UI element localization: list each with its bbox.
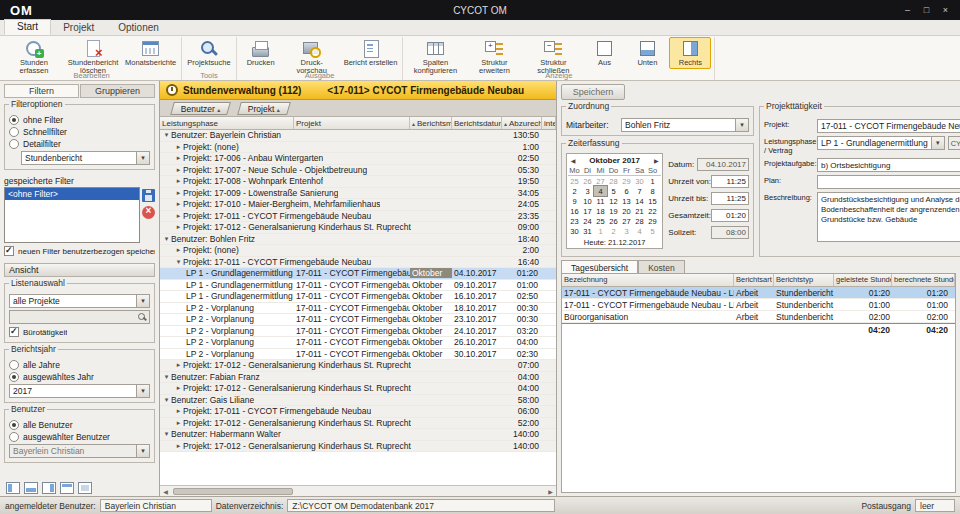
grid-group-row[interactable]: ▸Projekt: 17-012 - Generalsanierung Kind… [160,441,556,453]
grid-group-row[interactable]: ▸Projekt: 17-012 - Generalsanierung Kind… [160,383,556,395]
grid-group-row[interactable]: ▸Projekt: 17-010 - Maier-Bergheim, Mehrf… [160,199,556,211]
calendar-day[interactable]: 26 [607,216,620,226]
expand-icon[interactable]: ▸ [174,442,183,450]
sollzeit-input[interactable]: 08:00 [711,226,749,239]
collapse-icon[interactable]: ▾ [174,258,183,266]
grid-group-row[interactable]: ▸Projekt: (none)1:00 [160,142,556,154]
calendar-day[interactable]: 1 [594,226,607,236]
ribbon-tab-start[interactable]: Start [4,19,51,35]
expand-icon[interactable]: ▸ [174,407,183,415]
projektsuche-button[interactable]: Projektsuche [185,37,232,69]
column-header-leistungsphase[interactable]: Leistungsphase [160,117,294,129]
calendar-day[interactable]: 3 [620,226,633,236]
calendar-day[interactable]: 25 [568,176,581,186]
radio-ohne-filter[interactable]: ohne Filter [9,115,150,125]
calendar-day[interactable]: 2 [568,186,581,196]
calendar-today-label[interactable]: Heute: 21.12.2017 [568,236,661,247]
expand-icon[interactable]: ▸ [174,189,183,197]
calendar-day[interactable]: 25 [594,216,607,226]
benutzer-select[interactable]: Bayerlein Christian ▾ [9,444,150,458]
collapse-icon[interactable]: ▾ [162,235,171,243]
collapse-icon[interactable]: ▾ [162,430,171,438]
calendar-day[interactable]: 10 [581,196,594,206]
vertrag-field[interactable]: CYCOT Firmengebäude Neubau [948,136,960,150]
grid-group-row[interactable]: ▸Projekt: 17-009 - Löwenstraße Sanierung… [160,188,556,200]
calendar-day[interactable]: 2 [607,226,620,236]
radio-alle-jahre[interactable]: alle Jahre [9,360,150,370]
grid-data-row[interactable]: LP 1 - Grundlagenermittlung17-011 - CYCO… [160,268,556,280]
plan-select[interactable]: ▾ [817,175,960,189]
calendar-day[interactable]: 30 [633,176,646,186]
scrollbar-thumb[interactable] [173,488,293,495]
leistungsphase-select[interactable]: LP 1 - Grundlagenermittlung ▾ [817,136,945,150]
calendar-day[interactable]: 8 [646,186,659,196]
layout-left-icon[interactable] [6,482,20,494]
grid-group-row[interactable]: ▾Benutzer: Gais Liliane58:00 [160,395,556,407]
saved-filter-item[interactable]: <ohne Filter> [5,188,139,200]
calendar-day[interactable]: 13 [620,196,633,206]
close-button[interactable]: × [937,3,954,17]
calendar-day[interactable]: 29 [620,176,633,186]
day-table-row[interactable]: BüroorganisationArbeitStundenbericht02:0… [562,311,955,323]
filtertyp-select[interactable]: Stundenbericht ▾ [21,151,150,165]
uhrzeit-von-input[interactable]: 11:25 [711,175,749,188]
calendar-day[interactable]: 12 [607,196,620,206]
calendar-day[interactable]: 11 [594,196,607,206]
grid-data-row[interactable]: LP 2 - Vorplanung17-011 - CYCOT Firmenge… [160,349,556,361]
bericht-erstellen-button[interactable]: Bericht erstellen [342,37,400,69]
layout-window-icon[interactable] [78,482,92,494]
day-column-bezeichnung[interactable]: Bezeichnung [562,274,734,286]
grid-data-row[interactable]: LP 1 - Grundlagenermittlung17-011 - CYCO… [160,280,556,292]
grid-group-row[interactable]: ▾Benutzer: Fabian Franz04:00 [160,372,556,384]
calendar-day[interactable]: 27 [620,216,633,226]
projekt-select[interactable]: 17-011 - CYCOT Firmengebäude Neubau ▾ [817,119,960,133]
project-filter-input[interactable] [9,310,150,324]
buerotaetigkeit-checkbox[interactable]: Bürotätigkeit [9,327,150,337]
expand-icon[interactable]: ▸ [174,361,183,369]
expand-icon[interactable]: ▸ [174,143,183,151]
day-column-berechnete-stunden[interactable]: berechnete Stunden [892,274,955,286]
jahr-select[interactable]: 2017 ▾ [9,384,150,398]
calendar-day[interactable]: 6 [620,186,633,196]
radio-alle-benutzer[interactable]: alle Benutzer [9,420,150,430]
unten-button[interactable]: Unten [626,37,668,69]
grid-group-row[interactable]: ▾Benutzer: Habermann Walter140:00 [160,429,556,441]
grid-data-row[interactable]: LP 2 - Vorplanung17-011 - CYCOT Firmenge… [160,303,556,315]
calendar-day[interactable]: 31 [581,226,594,236]
mitarbeiter-select[interactable]: Bohlen Fritz ▾ [621,118,749,132]
grid-group-row[interactable]: ▸Projekt: 17-006 - Anbau Wintergarten02:… [160,153,556,165]
calendar-day[interactable]: 4 [594,186,607,196]
expand-icon[interactable]: ▸ [174,177,183,185]
calendar-day[interactable]: 17 [581,206,594,216]
tab-gruppieren[interactable]: Gruppieren [80,84,155,98]
day-column-geleistete-stunden[interactable]: geleistete Stunden [834,274,892,286]
grid-group-row[interactable]: ▸Projekt: 17-008 - Wohnpark Entenhof19:5… [160,176,556,188]
calendar-day[interactable]: 21 [633,206,646,216]
grid-group-row[interactable]: ▸Projekt: 17-012 - Generalsanierung Kind… [160,360,556,372]
calendar-day[interactable]: 28 [607,176,620,186]
scroll-right-icon[interactable]: ▶ [545,488,556,495]
grid-group-row[interactable]: ▾Benutzer: Bohlen Fritz18:40 [160,234,556,246]
day-column-berichtstyp[interactable]: Berichtstyp [774,274,834,286]
monatsberichte-button[interactable]: Monatsberichte [123,37,178,69]
expand-icon[interactable]: ▸ [174,212,183,220]
delete-filter-icon[interactable] [142,206,155,219]
calendar-day[interactable]: 23 [568,216,581,226]
aus-button[interactable]: Aus [583,37,625,69]
grid-group-row[interactable]: ▸Projekt: 17-012 - Generalsanierung Kind… [160,418,556,430]
expand-icon[interactable]: ▸ [174,166,183,174]
calendar-day[interactable]: 29 [646,216,659,226]
day-column-berichtsart[interactable]: Berichtsart [734,274,774,286]
grid-data-row[interactable]: LP 2 - Vorplanung17-011 - CYCOT Firmenge… [160,326,556,338]
day-table-row[interactable]: 17-011 - CYCOT Firmengebäude Neubau - LP… [562,299,955,311]
ribbon-tab-optionen[interactable]: Optionen [106,21,171,35]
calendar-day[interactable]: 22 [646,206,659,216]
day-table-row[interactable]: 17-011 - CYCOT Firmengebäude Neubau - LP… [562,287,955,299]
calendar-day[interactable]: 3 [581,186,594,196]
calendar-day[interactable]: 19 [607,206,620,216]
expand-icon[interactable]: ▸ [174,384,183,392]
uhrzeit-bis-input[interactable]: 11:25 [711,192,749,205]
calendar-day[interactable]: 5 [607,186,620,196]
calendar-day[interactable]: 15 [646,196,659,206]
save-filter-icon[interactable] [142,189,155,202]
